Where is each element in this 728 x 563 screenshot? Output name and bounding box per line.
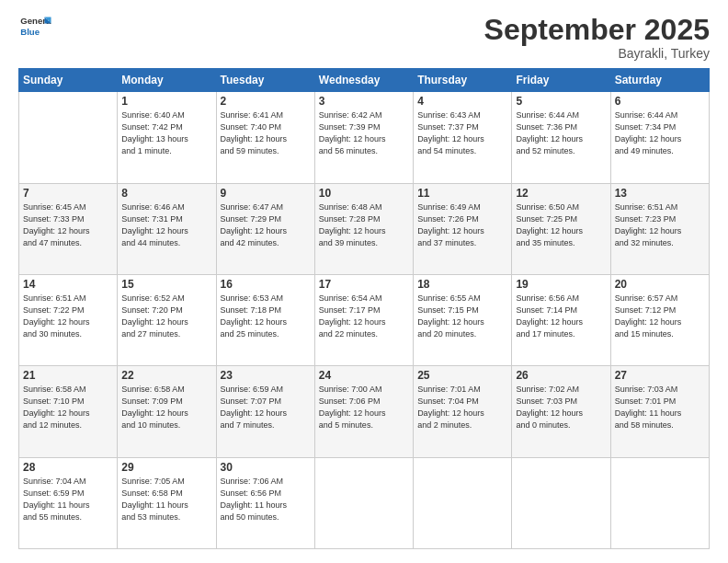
day-info: Sunrise: 6:51 AM Sunset: 7:22 PM Dayligh…	[23, 293, 113, 340]
calendar-cell: 23Sunrise: 6:59 AM Sunset: 7:07 PM Dayli…	[216, 366, 314, 457]
day-info: Sunrise: 6:44 AM Sunset: 7:34 PM Dayligh…	[615, 109, 705, 157]
calendar-week-row: 14Sunrise: 6:51 AM Sunset: 7:22 PM Dayli…	[19, 274, 710, 365]
day-number: 12	[516, 187, 606, 200]
calendar-cell: 14Sunrise: 6:51 AM Sunset: 7:22 PM Dayli…	[19, 274, 118, 365]
day-info: Sunrise: 6:56 AM Sunset: 7:14 PM Dayligh…	[516, 293, 606, 340]
day-number: 18	[417, 278, 507, 291]
calendar-week-row: 28Sunrise: 7:04 AM Sunset: 6:59 PM Dayli…	[19, 457, 710, 548]
day-info: Sunrise: 7:02 AM Sunset: 7:03 PM Dayligh…	[516, 384, 606, 431]
calendar-week-row: 7Sunrise: 6:45 AM Sunset: 7:33 PM Daylig…	[19, 183, 710, 274]
day-info: Sunrise: 6:43 AM Sunset: 7:37 PM Dayligh…	[417, 109, 507, 157]
calendar-cell: 8Sunrise: 6:46 AM Sunset: 7:31 PM Daylig…	[118, 183, 216, 274]
calendar-week-row: 21Sunrise: 6:58 AM Sunset: 7:10 PM Dayli…	[19, 366, 710, 457]
title-block: September 2025 Bayrakli, Turkey	[484, 14, 710, 61]
day-number: 10	[319, 187, 409, 200]
calendar-cell: 3Sunrise: 6:42 AM Sunset: 7:39 PM Daylig…	[314, 92, 413, 183]
calendar-cell: 2Sunrise: 6:41 AM Sunset: 7:40 PM Daylig…	[216, 92, 314, 183]
day-number: 24	[319, 369, 409, 382]
logo-icon: General Blue	[18, 14, 51, 40]
day-info: Sunrise: 7:04 AM Sunset: 6:59 PM Dayligh…	[23, 476, 113, 523]
day-number: 29	[121, 461, 211, 474]
day-info: Sunrise: 6:50 AM Sunset: 7:25 PM Dayligh…	[516, 201, 606, 249]
calendar-cell	[610, 457, 709, 548]
calendar-cell: 9Sunrise: 6:47 AM Sunset: 7:29 PM Daylig…	[216, 183, 314, 274]
day-number: 22	[121, 369, 211, 382]
day-info: Sunrise: 6:48 AM Sunset: 7:28 PM Dayligh…	[319, 201, 409, 249]
day-info: Sunrise: 7:06 AM Sunset: 6:56 PM Dayligh…	[221, 476, 311, 523]
calendar-cell: 7Sunrise: 6:45 AM Sunset: 7:33 PM Daylig…	[19, 183, 118, 274]
day-header: Monday	[118, 69, 216, 92]
day-info: Sunrise: 6:41 AM Sunset: 7:40 PM Dayligh…	[221, 109, 311, 157]
day-info: Sunrise: 6:51 AM Sunset: 7:23 PM Dayligh…	[615, 201, 705, 249]
day-info: Sunrise: 7:03 AM Sunset: 7:01 PM Dayligh…	[615, 384, 705, 431]
calendar-cell	[512, 457, 610, 548]
calendar-cell: 13Sunrise: 6:51 AM Sunset: 7:23 PM Dayli…	[610, 183, 709, 274]
day-number: 23	[221, 369, 311, 382]
day-number: 27	[615, 369, 705, 382]
calendar-cell: 12Sunrise: 6:50 AM Sunset: 7:25 PM Dayli…	[512, 183, 610, 274]
calendar-cell: 24Sunrise: 7:00 AM Sunset: 7:06 PM Dayli…	[314, 366, 413, 457]
calendar-cell: 29Sunrise: 7:05 AM Sunset: 6:58 PM Dayli…	[118, 457, 216, 548]
calendar-cell: 21Sunrise: 6:58 AM Sunset: 7:10 PM Dayli…	[19, 366, 118, 457]
day-info: Sunrise: 6:55 AM Sunset: 7:15 PM Dayligh…	[417, 293, 507, 340]
calendar-cell: 16Sunrise: 6:53 AM Sunset: 7:18 PM Dayli…	[216, 274, 314, 365]
calendar-cell: 5Sunrise: 6:44 AM Sunset: 7:36 PM Daylig…	[512, 92, 610, 183]
calendar-table: SundayMondayTuesdayWednesdayThursdayFrid…	[18, 68, 710, 549]
day-number: 30	[221, 461, 311, 474]
day-number: 8	[121, 187, 211, 200]
calendar-cell	[414, 457, 512, 548]
day-info: Sunrise: 6:46 AM Sunset: 7:31 PM Dayligh…	[121, 201, 211, 249]
calendar-cell: 11Sunrise: 6:49 AM Sunset: 7:26 PM Dayli…	[414, 183, 512, 274]
day-number: 28	[23, 461, 113, 474]
day-info: Sunrise: 6:44 AM Sunset: 7:36 PM Dayligh…	[516, 109, 606, 157]
calendar-cell: 6Sunrise: 6:44 AM Sunset: 7:34 PM Daylig…	[610, 92, 709, 183]
svg-text:Blue: Blue	[20, 27, 40, 37]
calendar-cell	[314, 457, 413, 548]
day-number: 26	[516, 369, 606, 382]
day-header: Saturday	[610, 69, 709, 92]
day-number: 14	[23, 278, 113, 291]
day-number: 19	[516, 278, 606, 291]
day-info: Sunrise: 6:54 AM Sunset: 7:17 PM Dayligh…	[319, 293, 409, 340]
day-info: Sunrise: 7:00 AM Sunset: 7:06 PM Dayligh…	[319, 384, 409, 431]
calendar-cell: 19Sunrise: 6:56 AM Sunset: 7:14 PM Dayli…	[512, 274, 610, 365]
day-info: Sunrise: 6:42 AM Sunset: 7:39 PM Dayligh…	[319, 109, 409, 157]
calendar-header-row: SundayMondayTuesdayWednesdayThursdayFrid…	[19, 69, 710, 92]
page: General Blue September 2025 Bayrakli, Tu…	[0, 0, 728, 563]
day-header: Tuesday	[216, 69, 314, 92]
calendar-cell: 20Sunrise: 6:57 AM Sunset: 7:12 PM Dayli…	[610, 274, 709, 365]
day-number: 2	[221, 95, 311, 108]
day-number: 4	[417, 95, 507, 108]
calendar-cell: 26Sunrise: 7:02 AM Sunset: 7:03 PM Dayli…	[512, 366, 610, 457]
day-info: Sunrise: 6:40 AM Sunset: 7:42 PM Dayligh…	[121, 109, 211, 157]
day-number: 15	[121, 278, 211, 291]
day-info: Sunrise: 7:05 AM Sunset: 6:58 PM Dayligh…	[121, 476, 211, 523]
day-number: 6	[615, 95, 705, 108]
header: General Blue September 2025 Bayrakli, Tu…	[18, 14, 710, 61]
day-info: Sunrise: 6:58 AM Sunset: 7:10 PM Dayligh…	[23, 384, 113, 431]
day-number: 20	[615, 278, 705, 291]
calendar-cell: 30Sunrise: 7:06 AM Sunset: 6:56 PM Dayli…	[216, 457, 314, 548]
logo: General Blue	[18, 14, 51, 40]
day-header: Wednesday	[314, 69, 413, 92]
day-number: 3	[319, 95, 409, 108]
calendar-cell: 17Sunrise: 6:54 AM Sunset: 7:17 PM Dayli…	[314, 274, 413, 365]
calendar-cell: 1Sunrise: 6:40 AM Sunset: 7:42 PM Daylig…	[118, 92, 216, 183]
calendar-cell	[19, 92, 118, 183]
day-info: Sunrise: 6:53 AM Sunset: 7:18 PM Dayligh…	[221, 293, 311, 340]
calendar-cell: 27Sunrise: 7:03 AM Sunset: 7:01 PM Dayli…	[610, 366, 709, 457]
day-number: 17	[319, 278, 409, 291]
day-info: Sunrise: 7:01 AM Sunset: 7:04 PM Dayligh…	[417, 384, 507, 431]
day-info: Sunrise: 6:49 AM Sunset: 7:26 PM Dayligh…	[417, 201, 507, 249]
day-info: Sunrise: 6:47 AM Sunset: 7:29 PM Dayligh…	[221, 201, 311, 249]
day-info: Sunrise: 6:45 AM Sunset: 7:33 PM Dayligh…	[23, 201, 113, 249]
day-info: Sunrise: 6:59 AM Sunset: 7:07 PM Dayligh…	[221, 384, 311, 431]
day-number: 16	[221, 278, 311, 291]
day-info: Sunrise: 6:52 AM Sunset: 7:20 PM Dayligh…	[121, 293, 211, 340]
day-number: 1	[121, 95, 211, 108]
month-title: September 2025	[484, 14, 710, 46]
subtitle: Bayrakli, Turkey	[484, 46, 710, 61]
day-number: 11	[417, 187, 507, 200]
day-number: 13	[615, 187, 705, 200]
day-number: 25	[417, 369, 507, 382]
